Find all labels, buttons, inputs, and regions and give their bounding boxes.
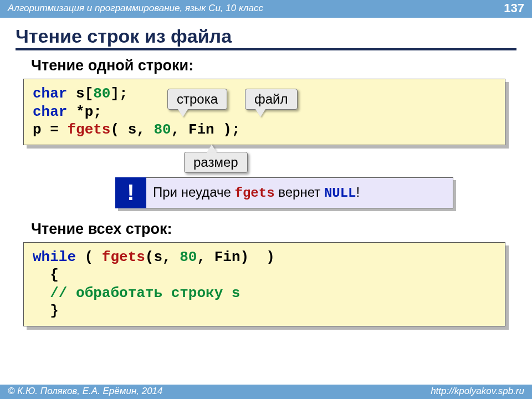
notice: ! При неудаче fgets вернет NULL! — [115, 177, 453, 208]
code-kw: char — [33, 85, 67, 102]
code-txt: , Fin) ) — [197, 249, 274, 265]
code-txt: , Fin ); — [171, 121, 241, 138]
notice-text: При неудаче fgets вернет NULL! — [146, 185, 366, 201]
code-txt: ]; — [110, 85, 127, 102]
notice-mid: вернет — [275, 185, 324, 200]
codebox1-wrap: char s[80]; char *p; p = fgets( s, 80, F… — [23, 79, 505, 145]
code-txt: s[ — [67, 85, 93, 102]
code-txt: { — [33, 267, 59, 283]
code-txt: ( — [76, 249, 102, 265]
code-txt: (s, — [145, 249, 180, 265]
codebox2-wrap: while ( fgets(s, 80, Fin) ) { // обработ… — [23, 242, 505, 326]
code-txt: *p; — [67, 104, 101, 120]
footer-bar: © К.Ю. Поляков, Е.А. Ерёмин, 2014 http:/… — [0, 385, 532, 399]
code-num: 80 — [93, 85, 110, 102]
notice-suf: ! — [356, 185, 360, 200]
code-kw: while — [33, 249, 76, 265]
notice-wrap: ! При неудаче fgets вернет NULL! — [115, 177, 453, 208]
content-area: Чтение одной строки: char s[80]; char *p… — [0, 57, 532, 326]
codebox2: while ( fgets(s, 80, Fin) ) { // обработ… — [23, 242, 505, 326]
notice-bang-icon: ! — [115, 177, 146, 208]
code-txt: } — [33, 303, 59, 319]
code-fn: fgets — [102, 249, 145, 265]
notice-pre: При неудаче — [153, 185, 235, 200]
title-rule — [16, 48, 516, 50]
code-num: 80 — [180, 249, 197, 265]
course-label: Алгоритмизация и программирование, язык … — [8, 3, 263, 14]
callout-size: размер — [184, 152, 248, 173]
code-fn: fgets — [67, 121, 110, 138]
code-kw: char — [33, 104, 67, 120]
code-txt — [33, 285, 50, 301]
code-txt: ( s, — [110, 121, 154, 138]
code-num: 80 — [154, 121, 171, 138]
code-txt: p = — [33, 121, 67, 138]
footer-right: http://kpolyakov.spb.ru — [431, 386, 524, 397]
top-bar: Алгоритмизация и программирование, язык … — [0, 0, 532, 18]
callout-size-label: размер — [193, 155, 238, 170]
slide-title: Чтение строк из файла — [16, 25, 516, 47]
code-comment: // обработать строку s — [50, 285, 240, 301]
codebox1: char s[80]; char *p; p = fgets( s, 80, F… — [23, 79, 505, 145]
page-number: 137 — [504, 1, 524, 16]
footer-left: © К.Ю. Поляков, Е.А. Ерёмин, 2014 — [8, 386, 163, 397]
section2-heading: Чтение всех строк: — [31, 221, 516, 238]
notice-func: fgets — [235, 186, 275, 201]
notice-null: NULL — [324, 186, 356, 201]
section1-heading: Чтение одной строки: — [31, 57, 516, 74]
